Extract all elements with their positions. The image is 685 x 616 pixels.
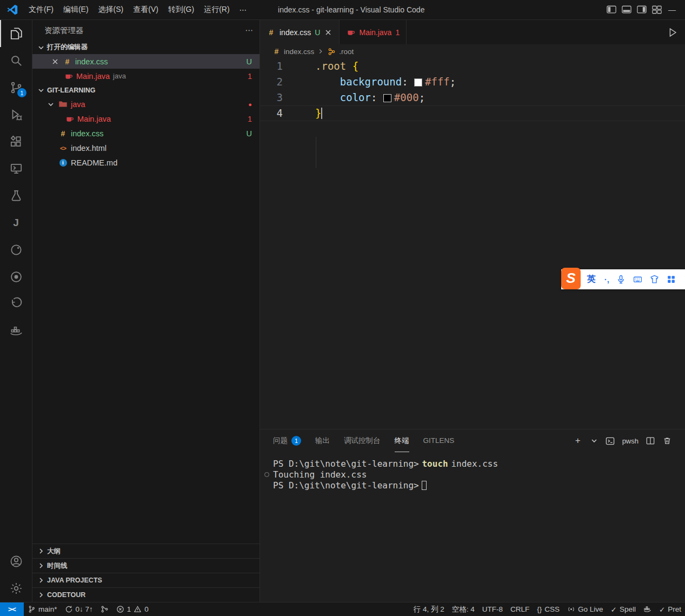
open-editor-main-java[interactable]: Main.java java 1 <box>32 69 260 83</box>
spell-checker-item[interactable]: ✓ Spell <box>607 602 640 616</box>
menu-selection[interactable]: 选择(S) <box>94 2 129 17</box>
encoding-item[interactable]: UTF-8 <box>478 602 507 616</box>
open-editor-label: Main.java <box>76 72 110 81</box>
tree-file-index-html[interactable]: <> index.html <box>32 141 260 155</box>
menu-more-icon[interactable]: ⋯ <box>235 3 252 17</box>
section-label: CODETOUR <box>47 591 85 599</box>
activity-source-control[interactable]: 1 <box>0 74 32 101</box>
activity-bar: 1 J <box>0 20 32 602</box>
activity-explorer[interactable] <box>0 20 32 47</box>
panel-tab-gitlens[interactable]: GITLENS <box>423 429 455 452</box>
cursor-position-item[interactable]: 行 4, 列 2 <box>410 602 448 616</box>
problems-item[interactable]: 1 0 <box>112 602 152 616</box>
activity-record-extension[interactable] <box>0 263 32 290</box>
tree-folder-java[interactable]: java ● <box>32 97 260 111</box>
open-editor-index-css[interactable]: # index.css U <box>32 54 260 69</box>
ime-skin-icon[interactable] <box>650 275 659 284</box>
warning-count: 0 <box>144 605 149 613</box>
prettier-item[interactable]: ✓ Pret <box>655 602 685 616</box>
code-editor[interactable]: 1 .root { 2 background: #fff; 3 color: #… <box>260 58 685 429</box>
toggle-panel-icon[interactable] <box>621 4 632 15</box>
ime-keyboard-icon[interactable] <box>633 275 642 284</box>
panel-tab-output[interactable]: 输出 <box>315 429 330 452</box>
chevron-down-icon <box>37 43 45 52</box>
go-live-item[interactable]: Go Live <box>563 602 607 616</box>
git-branch-item[interactable]: main* <box>24 602 61 616</box>
panel-tab-terminal[interactable]: 终端 <box>395 429 409 452</box>
menu-edit[interactable]: 编辑(E) <box>58 2 94 17</box>
git-graph-item[interactable] <box>97 602 112 616</box>
breadcrumb-symbol[interactable]: .root <box>339 48 354 56</box>
kill-terminal-icon[interactable] <box>662 436 672 446</box>
indentation-item[interactable]: 空格: 4 <box>448 602 478 616</box>
tab-index-css[interactable]: # index.css U <box>260 20 340 44</box>
sogou-logo-icon[interactable]: S <box>561 268 581 289</box>
color-swatch-white[interactable] <box>414 78 422 87</box>
customize-layout-icon[interactable] <box>651 4 662 15</box>
toggle-sidebar-left-icon[interactable] <box>606 4 617 15</box>
open-editors-header[interactable]: 打开的编辑器 <box>32 41 260 54</box>
menu-go[interactable]: 转到(G) <box>163 2 199 17</box>
tree-file-readme[interactable]: i README.md <box>32 155 260 170</box>
search-icon <box>9 54 23 68</box>
terminal-dropdown-icon[interactable] <box>590 436 598 445</box>
section-java-projects[interactable]: JAVA PROJECTS <box>32 573 260 587</box>
section-timeline[interactable]: 时间线 <box>32 558 260 573</box>
workspace-header[interactable]: GIT-LEARNING <box>32 83 260 97</box>
sync-counts: 0↓ 7↑ <box>76 605 93 613</box>
css-value: #000 <box>394 91 419 103</box>
activity-docker-extension[interactable] <box>0 317 32 345</box>
eol-item[interactable]: CRLF <box>507 602 533 616</box>
section-codetour[interactable]: CODETOUR <box>32 587 260 602</box>
close-icon[interactable] <box>324 28 332 37</box>
new-terminal-icon[interactable]: + <box>573 436 583 446</box>
vscode-logo-icon <box>6 4 18 16</box>
git-sync-item[interactable]: 0↓ 7↑ <box>61 602 97 616</box>
breadcrumb: # index.css .root <box>260 44 685 58</box>
activity-settings[interactable] <box>0 575 32 602</box>
sogou-ime-toolbar: S 英 ·, <box>561 269 685 289</box>
terminal-output[interactable]: PS D:\git\note\git-learning>touchindex.c… <box>260 452 685 602</box>
tree-file-main-java[interactable]: Main.java 1 <box>32 111 260 126</box>
language-mode-item[interactable]: {} CSS <box>533 602 563 616</box>
ime-punctuation-icon[interactable]: ·, <box>604 275 609 284</box>
activity-account[interactable] <box>0 548 32 575</box>
activity-testing[interactable] <box>0 182 32 209</box>
more-actions-icon[interactable]: ⋯ <box>245 26 254 35</box>
menu-file[interactable]: 文件(F) <box>24 2 58 17</box>
tab-label: index.css <box>280 28 311 37</box>
activity-run-debug[interactable] <box>0 101 32 128</box>
section-outline[interactable]: 大纲 <box>32 544 260 558</box>
beaker-icon <box>9 189 23 203</box>
tab-main-java[interactable]: Main.java 1 <box>340 20 407 44</box>
panel-tab-problems[interactable]: 问题 1 <box>273 429 301 452</box>
ime-language-mode[interactable]: 英 <box>587 274 596 285</box>
line-number: 3 <box>260 90 297 105</box>
ime-mic-icon[interactable] <box>616 275 626 284</box>
menu-view[interactable]: 查看(V) <box>128 2 163 17</box>
css-property: color <box>340 91 371 103</box>
panel-tab-debug-console[interactable]: 调试控制台 <box>344 429 381 452</box>
close-icon[interactable] <box>51 57 59 66</box>
activity-java-extension[interactable]: J <box>0 209 32 236</box>
menu-run[interactable]: 运行(R) <box>199 2 234 17</box>
activity-remote-explorer[interactable] <box>0 155 32 182</box>
command-decoration-icon[interactable] <box>264 472 269 477</box>
activity-extensions[interactable] <box>0 128 32 155</box>
activity-history-extension[interactable] <box>0 290 32 317</box>
docker-status-item[interactable] <box>640 602 655 616</box>
remote-indicator[interactable]: >< <box>0 602 24 616</box>
activity-search[interactable] <box>0 47 32 74</box>
split-terminal-icon[interactable] <box>646 436 655 446</box>
text-cursor <box>321 108 322 119</box>
run-file-icon[interactable] <box>667 27 679 38</box>
scm-badge: 1 <box>17 88 26 97</box>
activity-circle-extension[interactable] <box>0 236 32 263</box>
ime-toolbox-icon[interactable] <box>667 275 676 284</box>
tree-file-index-css[interactable]: # index.css U <box>32 126 260 141</box>
toggle-sidebar-right-icon[interactable] <box>636 4 647 15</box>
breadcrumb-file[interactable]: index.css <box>284 48 314 56</box>
color-swatch-black[interactable] <box>383 94 391 102</box>
minimize-icon[interactable]: — <box>667 4 677 15</box>
shell-name[interactable]: pwsh <box>622 437 639 445</box>
